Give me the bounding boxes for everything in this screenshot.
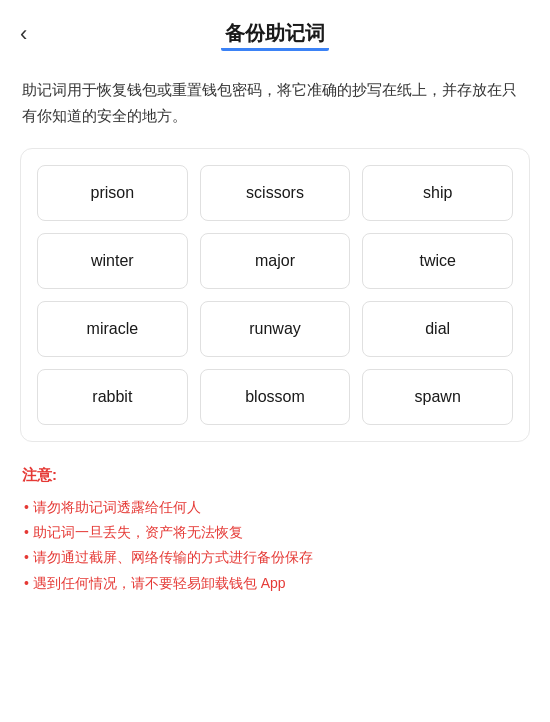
mnemonic-word: ship <box>362 165 513 221</box>
notice-title: 注意: <box>22 466 528 485</box>
header: ‹ 备份助记词 <box>0 0 550 57</box>
mnemonic-word: major <box>200 233 351 289</box>
notice-list: 请勿将助记词透露给任何人助记词一旦丢失，资产将无法恢复请勿通过截屏、网络传输的方… <box>22 495 528 596</box>
mnemonic-word: runway <box>200 301 351 357</box>
mnemonic-grid-container: prisonscissorsshipwintermajortwicemiracl… <box>20 148 530 442</box>
mnemonic-word: scissors <box>200 165 351 221</box>
notice-item: 请勿通过截屏、网络传输的方式进行备份保存 <box>22 545 528 570</box>
notice-item: 助记词一旦丢失，资产将无法恢复 <box>22 520 528 545</box>
description-text: 助记词用于恢复钱包或重置钱包密码，将它准确的抄写在纸上，并存放在只有你知道的安全… <box>0 57 550 148</box>
mnemonic-word: dial <box>362 301 513 357</box>
back-button[interactable]: ‹ <box>20 23 27 45</box>
mnemonic-word: miracle <box>37 301 188 357</box>
notice-item: 遇到任何情况，请不要轻易卸载钱包 App <box>22 571 528 596</box>
page-title: 备份助记词 <box>225 20 325 47</box>
mnemonic-grid: prisonscissorsshipwintermajortwicemiracl… <box>37 165 513 425</box>
mnemonic-word: blossom <box>200 369 351 425</box>
mnemonic-word: winter <box>37 233 188 289</box>
mnemonic-word: twice <box>362 233 513 289</box>
mnemonic-word: spawn <box>362 369 513 425</box>
mnemonic-word: rabbit <box>37 369 188 425</box>
notice-section: 注意: 请勿将助记词透露给任何人助记词一旦丢失，资产将无法恢复请勿通过截屏、网络… <box>0 442 550 616</box>
notice-item: 请勿将助记词透露给任何人 <box>22 495 528 520</box>
mnemonic-word: prison <box>37 165 188 221</box>
